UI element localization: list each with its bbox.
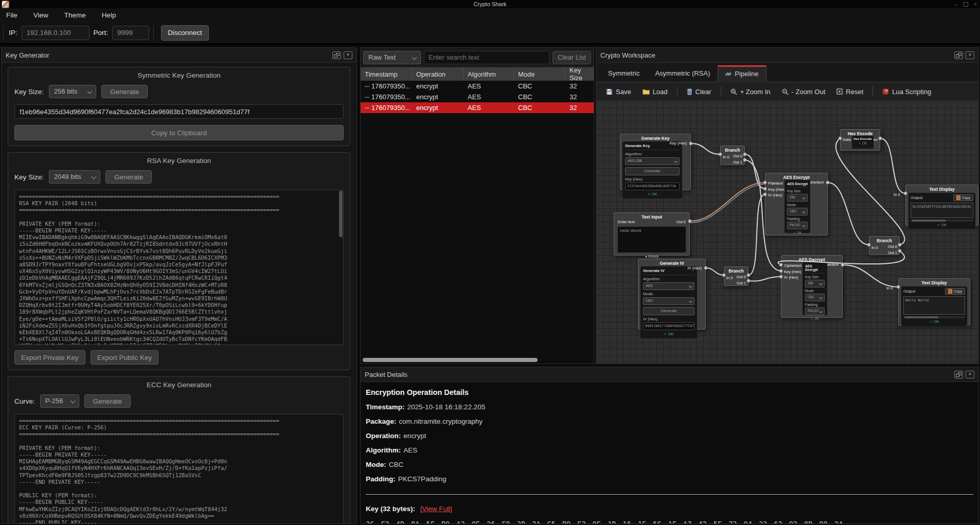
rsa-scrollbar[interactable]: [339, 191, 343, 237]
port-key-hex[interactable]: Key (Hex): [784, 269, 801, 274]
ecc-generate-button[interactable]: Generate: [84, 394, 131, 408]
table-row[interactable]: 176079350... encrypt AES CBC 32: [361, 92, 594, 102]
mode-select[interactable]: CBC: [787, 208, 808, 215]
mode-select[interactable]: CBC: [643, 297, 694, 305]
port-out0[interactable]: Out 0: [737, 275, 746, 279]
mode-select[interactable]: CBC: [805, 294, 825, 301]
menu-theme[interactable]: Theme: [64, 11, 86, 19]
port-ciphertext[interactable]: Ciphertext: [784, 263, 801, 268]
port-out1[interactable]: Out 1: [888, 250, 897, 255]
padding-select[interactable]: PKCS7: [805, 307, 825, 315]
port-in0[interactable]: In 0: [886, 286, 893, 291]
table-row[interactable]: 176079350... encrypt AES CBC 32: [361, 81, 594, 92]
text-input-area[interactable]: Hello World: [617, 226, 686, 253]
clear-button[interactable]: Clear: [682, 86, 716, 98]
close-panel-icon[interactable]: [966, 371, 974, 378]
ecc-key-textarea[interactable]: ========================================…: [14, 414, 344, 524]
ecc-curve-select[interactable]: P-256: [40, 394, 79, 408]
export-public-key-button[interactable]: Export Public Key: [91, 350, 159, 365]
col-timestamp[interactable]: Timestamp: [361, 67, 412, 81]
lua-scripting-button[interactable]: Lua Scripting: [878, 86, 936, 98]
rsa-key-textarea[interactable]: ========================================…: [14, 190, 344, 345]
node-generate-key[interactable]: Generate Key Key (Hex) Generate Key Algo…: [620, 134, 691, 190]
maximize-icon[interactable]: [964, 2, 968, 7]
input-ports[interactable]: Plaintext Key (Hex) IV (Hex): [768, 180, 785, 198]
col-mode[interactable]: Mode: [514, 67, 565, 81]
tab-pipeline[interactable]: Pipeline: [718, 65, 766, 82]
algorithm-select[interactable]: AES: [643, 282, 694, 290]
float-panel-icon[interactable]: [954, 51, 963, 59]
port-iv-hex[interactable]: IV (Hex): [784, 275, 798, 280]
menu-file[interactable]: File: [6, 11, 17, 19]
node-aes-encrypt[interactable]: AES Encrypt Plaintext Key (Hex) IV (Hex)…: [765, 173, 828, 236]
port-in0[interactable]: In 0: [726, 276, 733, 286]
port-in0[interactable]: In 0: [894, 192, 900, 197]
symmetric-generate-button[interactable]: Generate: [101, 85, 148, 98]
node-aes-decrypt[interactable]: AES Decrypt Ciphertext Key (Hex) IV (Hex…: [781, 255, 843, 318]
node-canvas[interactable]: Generate Key Key (Hex) Generate Key Algo…: [596, 101, 978, 364]
disconnect-button[interactable]: Disconnect: [161, 25, 209, 41]
copy-button[interactable]: Copy: [945, 288, 965, 295]
node-text-display-2[interactable]: Text Display In 0 Output: Copy Hello Wor…: [898, 278, 970, 325]
col-algorithm[interactable]: Algorithm: [464, 67, 514, 81]
zoom-out-button[interactable]: - Zoom Out: [777, 86, 830, 98]
iv-hex-field[interactable]: B905196577AD0F8688277C07: [643, 322, 694, 330]
ip-field[interactable]: [22, 26, 90, 40]
key-size-select[interactable]: 256: [787, 194, 808, 202]
rsa-generate-button[interactable]: Generate: [105, 170, 152, 184]
port-out0[interactable]: Out 0: [733, 154, 742, 158]
input-ports[interactable]: Ciphertext Key (Hex) IV (Hex): [784, 263, 801, 281]
port-in0[interactable]: In 0: [871, 245, 878, 256]
close-panel-icon[interactable]: [344, 51, 352, 59]
port-key-hex[interactable]: Key (Hex): [768, 187, 785, 192]
node-branch-2[interactable]: Branch In 0 Out 0Out 1: [724, 266, 749, 286]
port-key-hex-out[interactable]: Key (Hex): [670, 141, 687, 146]
menu-help[interactable]: Help: [102, 11, 116, 19]
col-operation[interactable]: Operation: [412, 67, 464, 81]
float-panel-icon[interactable]: [332, 51, 341, 59]
copy-to-clipboard-button[interactable]: Copy to Clipboard: [14, 125, 344, 140]
rsa-key-size-select[interactable]: 2048 bits: [49, 170, 100, 184]
symmetric-key-field[interactable]: [14, 104, 344, 119]
copy-button[interactable]: Copy: [953, 194, 973, 201]
key-hex-field[interactable]: 372FAA54D52BDA096169F738: [625, 183, 680, 190]
key-size-select[interactable]: 256: [805, 280, 825, 287]
port-out0[interactable]: Out 0: [676, 220, 686, 224]
node-text-display-1[interactable]: Text Display In 0 Output: Copy 6c37d2187…: [905, 185, 978, 226]
clear-list-button[interactable]: Clear List: [553, 51, 591, 64]
float-panel-icon[interactable]: [954, 371, 963, 378]
port-field[interactable]: [112, 26, 149, 40]
port-out1[interactable]: Out 1: [737, 281, 746, 285]
port-plaintext[interactable]: Plaintext: [768, 181, 783, 186]
mini-scrollbar[interactable]: [903, 316, 965, 318]
tab-symmetric[interactable]: Symmetric: [600, 65, 647, 82]
port-iv-hex-out[interactable]: IV (Hex): [687, 266, 702, 270]
zoom-in-button[interactable]: + Zoom In: [726, 86, 775, 98]
node-hex-encode[interactable]: Hex Encode Data Hex Hex Encode ✓ OK: [840, 129, 880, 151]
save-button[interactable]: Save: [601, 86, 636, 98]
horizontal-scrollbar[interactable]: [363, 358, 538, 362]
output-text[interactable]: 6c37d2187ff13cdbf851b2e1b53c: [911, 203, 973, 218]
table-row-selected[interactable]: 176079350... encrypt AES CBC 32: [361, 102, 594, 113]
export-private-key-button[interactable]: Export Private Key: [14, 350, 85, 365]
symmetric-key-size-select[interactable]: 256 bits: [49, 85, 96, 98]
node-branch-3[interactable]: Branch In 0 Out 0Out 1: [869, 236, 900, 255]
minimize-icon[interactable]: –: [954, 1, 957, 7]
generate-button[interactable]: Generate: [643, 307, 694, 315]
port-data-in[interactable]: Data: [843, 137, 851, 142]
port-iv-hex[interactable]: IV (Hex): [768, 193, 782, 197]
reset-button[interactable]: Reset: [832, 86, 868, 98]
padding-select[interactable]: PKCS7: [787, 222, 808, 229]
load-button[interactable]: Load: [638, 86, 672, 98]
tab-asymmetric-rsa[interactable]: Asymmetric (RSA): [647, 65, 718, 82]
output-text[interactable]: Hello World: [903, 296, 965, 315]
port-out1[interactable]: Out 1: [733, 160, 742, 165]
col-key-size[interactable]: Key Size: [565, 67, 594, 81]
node-generate-iv[interactable]: Generate IV IV (Hex) Generate IV Algorit…: [638, 259, 706, 330]
search-input[interactable]: [424, 51, 549, 64]
port-in0[interactable]: In 0: [723, 155, 729, 165]
node-branch-1[interactable]: Branch In 0 Out 0Out 1: [720, 146, 745, 165]
node-text-input[interactable]: Text Input Enter text: Out 0 Hello World…: [614, 212, 690, 256]
port-out0[interactable]: Out 0: [888, 244, 897, 249]
close-panel-icon[interactable]: [966, 51, 974, 59]
